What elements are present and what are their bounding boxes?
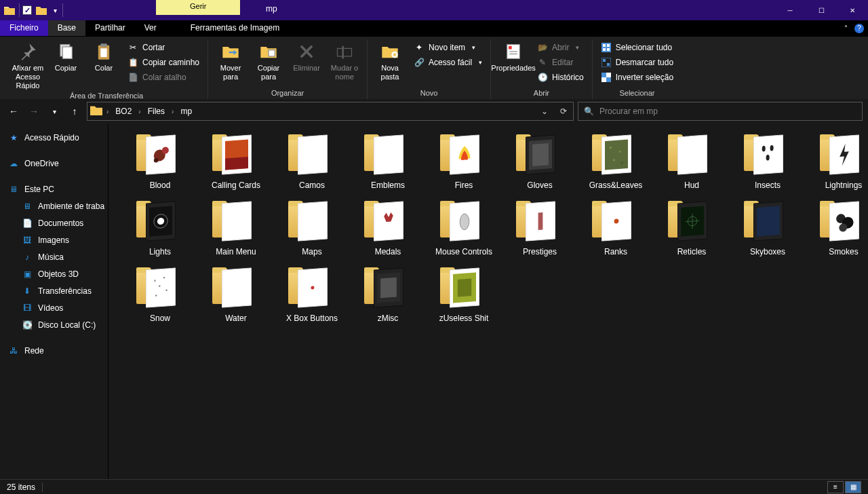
history-button[interactable]: 🕑Histórico bbox=[534, 71, 587, 84]
maximize-button[interactable]: ☐ bbox=[806, 0, 837, 20]
svg-rect-21 bbox=[606, 73, 611, 77]
sidebar-this-pc[interactable]: 🖥Este PC bbox=[8, 182, 108, 197]
contextual-tab-manage[interactable]: Gerir bbox=[156, 0, 240, 15]
pin-to-quick-access-button[interactable]: Afixar em Acesso Rápido bbox=[11, 39, 45, 90]
folder-item[interactable]: Emblems bbox=[350, 134, 426, 190]
details-view-button[interactable]: ≡ bbox=[827, 481, 844, 493]
select-none-button[interactable]: Desmarcar tudo bbox=[598, 56, 676, 69]
paste-button[interactable]: Colar bbox=[87, 39, 121, 73]
sidebar-local-disk[interactable]: 💽Disco Local (C:) bbox=[8, 318, 108, 332]
invert-selection-button[interactable]: Inverter seleção bbox=[598, 71, 676, 84]
paste-shortcut-button[interactable]: 📄Colar atalho bbox=[125, 71, 202, 84]
folder-item[interactable]: Blood bbox=[122, 134, 198, 190]
sidebar-3d-objects[interactable]: ▣Objetos 3D bbox=[8, 267, 108, 282]
content-pane[interactable]: BloodCalling CardsCamosEmblemsFiresGlove… bbox=[108, 124, 868, 479]
folder-item[interactable]: X Box Buttons bbox=[274, 267, 350, 323]
back-button[interactable]: ← bbox=[5, 103, 22, 119]
properties-button[interactable]: Propriedades bbox=[496, 39, 530, 73]
easy-access-button[interactable]: 🔗Acesso fácil▾ bbox=[411, 56, 485, 69]
copy-button[interactable]: Copiar bbox=[49, 39, 83, 73]
folder-item[interactable]: Lightnings bbox=[806, 134, 868, 190]
folder-item[interactable]: Medals bbox=[350, 201, 426, 256]
tab-file[interactable]: Ficheiro bbox=[0, 20, 48, 36]
folder-item[interactable]: Fires bbox=[426, 134, 502, 190]
address-bar[interactable]: › BO2 › Files › mp ⌄ ⟳ bbox=[87, 102, 574, 121]
folder-item[interactable]: Mouse Controls bbox=[426, 201, 502, 256]
folder-item[interactable]: Main Menu bbox=[198, 201, 274, 256]
qat-dropdown-icon[interactable]: ▾ bbox=[51, 7, 60, 14]
new-item-button[interactable]: ✦Novo item▾ bbox=[411, 41, 485, 54]
refresh-button[interactable]: ⟳ bbox=[554, 102, 573, 120]
breadcrumb-1[interactable]: Files bbox=[144, 107, 169, 116]
desktop-icon: 🖥 bbox=[22, 201, 33, 212]
folder-item[interactable]: Snow bbox=[122, 267, 198, 323]
qat-properties-icon[interactable]: ✓ bbox=[22, 5, 32, 15]
sidebar-network[interactable]: 🖧Rede bbox=[8, 343, 108, 358]
large-icons-view-button[interactable]: ▦ bbox=[845, 481, 861, 493]
breadcrumb-0[interactable]: BO2 bbox=[111, 107, 136, 116]
folder-item[interactable]: Camos bbox=[274, 134, 350, 190]
breadcrumb-2[interactable]: mp bbox=[176, 107, 196, 116]
tab-share[interactable]: Partilhar bbox=[85, 20, 135, 36]
cut-button[interactable]: ✂Cortar bbox=[125, 41, 202, 54]
sidebar-music[interactable]: ♪Música bbox=[8, 250, 108, 265]
folder-item[interactable]: Prestiges bbox=[502, 201, 578, 256]
recent-locations-button[interactable]: ▾ bbox=[46, 103, 62, 119]
sidebar-onedrive[interactable]: ☁OneDrive bbox=[8, 156, 108, 171]
sidebar-desktop[interactable]: 🖥Ambiente de traba bbox=[8, 199, 108, 214]
folder-item[interactable]: zMisc bbox=[350, 267, 426, 323]
forward-button[interactable]: → bbox=[26, 103, 42, 119]
folder-icon bbox=[820, 201, 867, 243]
folder-label: Blood bbox=[150, 180, 171, 190]
move-to-button[interactable]: Mover para bbox=[214, 39, 248, 81]
folder-item[interactable]: Skyboxes bbox=[730, 201, 806, 256]
help-icon[interactable]: ? bbox=[854, 24, 864, 33]
chevron-right-icon[interactable]: › bbox=[172, 108, 174, 115]
chevron-right-icon[interactable]: › bbox=[106, 108, 108, 115]
folder-item[interactable]: Reticles bbox=[654, 201, 730, 256]
cloud-icon: ☁ bbox=[8, 158, 19, 169]
folder-item[interactable]: Grass&Leaves bbox=[578, 134, 654, 190]
edit-label: Editar bbox=[552, 58, 573, 67]
chevron-right-icon[interactable]: › bbox=[138, 108, 140, 115]
folder-item[interactable]: Gloves bbox=[502, 134, 578, 190]
folder-item[interactable]: Water bbox=[198, 267, 274, 323]
folder-item[interactable]: zUseless Shit bbox=[426, 267, 502, 323]
address-dropdown-button[interactable]: ⌄ bbox=[535, 102, 554, 120]
tab-home[interactable]: Base bbox=[48, 20, 85, 36]
close-button[interactable]: ✕ bbox=[837, 0, 868, 20]
delete-button[interactable]: Eliminar bbox=[290, 39, 323, 73]
edit-button[interactable]: ✎Editar bbox=[534, 56, 587, 69]
minimize-button[interactable]: ─ bbox=[774, 0, 806, 20]
folder-label: zUseless Shit bbox=[439, 314, 489, 323]
sidebar-pictures[interactable]: 🖼Imagens bbox=[8, 233, 108, 248]
folder-icon[interactable] bbox=[35, 3, 48, 17]
new-folder-button[interactable]: Nova pasta bbox=[373, 39, 407, 81]
copy-path-button[interactable]: 📋Copiar caminho bbox=[125, 56, 202, 69]
sidebar-quick-access[interactable]: ★Acesso Rápido bbox=[8, 130, 108, 145]
sidebar-videos[interactable]: 🎞Vídeos bbox=[8, 301, 108, 316]
folder-item[interactable]: Calling Cards bbox=[198, 134, 274, 190]
copy-to-button[interactable]: Copiar para bbox=[252, 39, 285, 81]
sidebar-downloads[interactable]: ⬇Transferências bbox=[8, 284, 108, 299]
folder-item[interactable]: Maps bbox=[274, 201, 350, 256]
rename-button[interactable]: Mudar o nome bbox=[328, 39, 361, 81]
tab-image-tools[interactable]: Ferramentas de Imagem bbox=[181, 20, 289, 36]
search-box[interactable]: 🔍 bbox=[578, 102, 863, 121]
sidebar-documents[interactable]: 📄Documentos bbox=[8, 216, 108, 231]
open-button[interactable]: 📂Abrir▾ bbox=[534, 41, 587, 54]
folder-item[interactable]: Lights bbox=[122, 201, 198, 256]
folder-item[interactable]: Insects bbox=[730, 134, 806, 190]
open-label: Abrir bbox=[552, 43, 569, 52]
folder-icon bbox=[212, 201, 260, 243]
folder-item[interactable]: Ranks bbox=[578, 201, 654, 256]
up-button[interactable]: ↑ bbox=[66, 103, 83, 119]
properties-icon bbox=[502, 41, 524, 62]
folder-label: Gloves bbox=[527, 180, 552, 190]
search-input[interactable] bbox=[599, 107, 862, 116]
folder-item[interactable]: Hud bbox=[654, 134, 730, 190]
folder-item[interactable]: Smokes bbox=[806, 201, 868, 256]
collapse-ribbon-icon[interactable]: ˄ bbox=[844, 24, 848, 32]
tab-view[interactable]: Ver bbox=[135, 20, 166, 36]
select-all-button[interactable]: Selecionar tudo bbox=[598, 41, 676, 54]
